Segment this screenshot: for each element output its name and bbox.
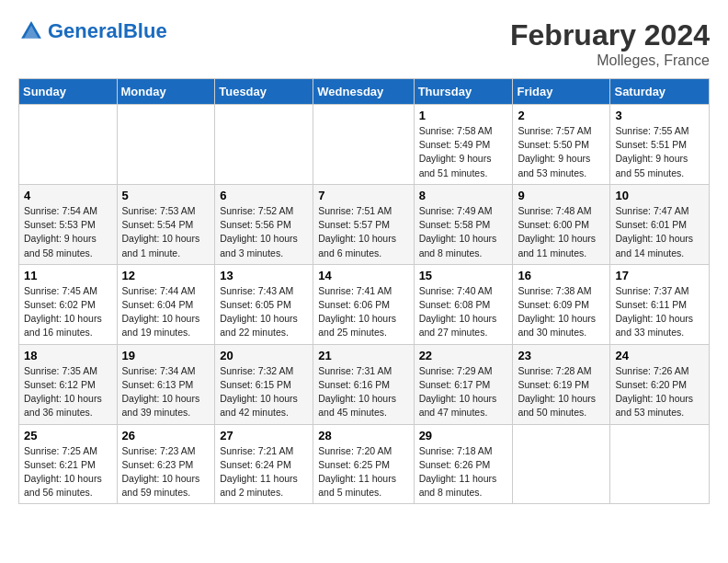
day-number: 9 [518, 189, 605, 202]
calendar-week-row: 11Sunrise: 7:45 AM Sunset: 6:02 PM Dayli… [19, 264, 710, 344]
calendar-cell: 16Sunrise: 7:38 AM Sunset: 6:09 PM Dayli… [513, 264, 610, 344]
calendar-cell: 8Sunrise: 7:49 AM Sunset: 5:58 PM Daylig… [414, 184, 513, 264]
calendar-cell [19, 105, 118, 185]
calendar-cell: 21Sunrise: 7:31 AM Sunset: 6:16 PM Dayli… [313, 344, 414, 424]
column-header-thursday: Thursday [414, 79, 513, 105]
day-info: Sunrise: 7:54 AM Sunset: 5:53 PM Dayligh… [24, 204, 112, 260]
day-number: 14 [318, 269, 408, 282]
column-header-monday: Monday [117, 79, 215, 105]
day-number: 20 [220, 349, 308, 362]
day-number: 3 [615, 109, 704, 122]
day-info: Sunrise: 7:21 AM Sunset: 6:24 PM Dayligh… [220, 444, 308, 500]
day-number: 10 [615, 189, 704, 202]
calendar-cell: 9Sunrise: 7:48 AM Sunset: 6:00 PM Daylig… [513, 184, 610, 264]
calendar-table: SundayMondayTuesdayWednesdayThursdayFrid… [18, 78, 710, 504]
day-info: Sunrise: 7:49 AM Sunset: 5:58 PM Dayligh… [419, 204, 508, 260]
day-number: 6 [220, 189, 308, 202]
calendar-cell: 2Sunrise: 7:57 AM Sunset: 5:50 PM Daylig… [513, 105, 610, 185]
day-number: 7 [318, 189, 408, 202]
day-number: 28 [318, 429, 408, 442]
column-header-tuesday: Tuesday [215, 79, 313, 105]
day-number: 17 [615, 269, 704, 282]
day-number: 16 [518, 269, 605, 282]
calendar-cell: 6Sunrise: 7:52 AM Sunset: 5:56 PM Daylig… [215, 184, 313, 264]
day-info: Sunrise: 7:18 AM Sunset: 6:26 PM Dayligh… [419, 444, 508, 500]
calendar-cell: 15Sunrise: 7:40 AM Sunset: 6:08 PM Dayli… [414, 264, 513, 344]
calendar-week-row: 18Sunrise: 7:35 AM Sunset: 6:12 PM Dayli… [19, 344, 710, 424]
day-info: Sunrise: 7:57 AM Sunset: 5:50 PM Dayligh… [518, 124, 605, 180]
calendar-week-row: 1Sunrise: 7:58 AM Sunset: 5:49 PM Daylig… [19, 105, 710, 185]
logo-icon [18, 18, 44, 44]
day-info: Sunrise: 7:43 AM Sunset: 6:05 PM Dayligh… [220, 284, 308, 340]
day-number: 11 [24, 269, 112, 282]
calendar-cell: 13Sunrise: 7:43 AM Sunset: 6:05 PM Dayli… [215, 264, 313, 344]
day-number: 12 [122, 269, 210, 282]
day-info: Sunrise: 7:52 AM Sunset: 5:56 PM Dayligh… [220, 204, 308, 260]
day-number: 2 [518, 109, 605, 122]
day-info: Sunrise: 7:37 AM Sunset: 6:11 PM Dayligh… [615, 284, 704, 340]
calendar-cell: 25Sunrise: 7:25 AM Sunset: 6:21 PM Dayli… [19, 424, 118, 504]
calendar-cell: 28Sunrise: 7:20 AM Sunset: 6:25 PM Dayli… [313, 424, 414, 504]
calendar-cell: 7Sunrise: 7:51 AM Sunset: 5:57 PM Daylig… [313, 184, 414, 264]
day-number: 19 [122, 349, 210, 362]
calendar-cell: 18Sunrise: 7:35 AM Sunset: 6:12 PM Dayli… [19, 344, 118, 424]
day-number: 21 [318, 349, 408, 362]
calendar-cell: 3Sunrise: 7:55 AM Sunset: 5:51 PM Daylig… [610, 105, 710, 185]
calendar-cell: 27Sunrise: 7:21 AM Sunset: 6:24 PM Dayli… [215, 424, 313, 504]
calendar-cell: 4Sunrise: 7:54 AM Sunset: 5:53 PM Daylig… [19, 184, 118, 264]
day-number: 26 [122, 429, 210, 442]
day-info: Sunrise: 7:41 AM Sunset: 6:06 PM Dayligh… [318, 284, 408, 340]
day-number: 27 [220, 429, 308, 442]
day-info: Sunrise: 7:34 AM Sunset: 6:13 PM Dayligh… [122, 364, 210, 420]
calendar-cell [513, 424, 610, 504]
day-info: Sunrise: 7:38 AM Sunset: 6:09 PM Dayligh… [518, 284, 605, 340]
day-info: Sunrise: 7:23 AM Sunset: 6:23 PM Dayligh… [122, 444, 210, 500]
calendar-cell: 1Sunrise: 7:58 AM Sunset: 5:49 PM Daylig… [414, 105, 513, 185]
day-info: Sunrise: 7:31 AM Sunset: 6:16 PM Dayligh… [318, 364, 408, 420]
title-block: February 2024 Molleges, France [510, 18, 710, 69]
location-subtitle: Molleges, France [510, 52, 710, 69]
day-info: Sunrise: 7:55 AM Sunset: 5:51 PM Dayligh… [615, 124, 704, 180]
day-info: Sunrise: 7:48 AM Sunset: 6:00 PM Dayligh… [518, 204, 605, 260]
column-header-friday: Friday [513, 79, 610, 105]
calendar-week-row: 4Sunrise: 7:54 AM Sunset: 5:53 PM Daylig… [19, 184, 710, 264]
calendar-cell: 20Sunrise: 7:32 AM Sunset: 6:15 PM Dayli… [215, 344, 313, 424]
column-header-saturday: Saturday [610, 79, 710, 105]
calendar-cell: 5Sunrise: 7:53 AM Sunset: 5:54 PM Daylig… [117, 184, 215, 264]
day-number: 1 [419, 109, 508, 122]
calendar-cell: 12Sunrise: 7:44 AM Sunset: 6:04 PM Dayli… [117, 264, 215, 344]
day-info: Sunrise: 7:25 AM Sunset: 6:21 PM Dayligh… [24, 444, 112, 500]
calendar-cell: 14Sunrise: 7:41 AM Sunset: 6:06 PM Dayli… [313, 264, 414, 344]
day-info: Sunrise: 7:40 AM Sunset: 6:08 PM Dayligh… [419, 284, 508, 340]
logo: GeneralBlue [18, 18, 167, 44]
calendar-cell: 19Sunrise: 7:34 AM Sunset: 6:13 PM Dayli… [117, 344, 215, 424]
day-number: 8 [419, 189, 508, 202]
day-info: Sunrise: 7:29 AM Sunset: 6:17 PM Dayligh… [419, 364, 508, 420]
calendar-cell: 11Sunrise: 7:45 AM Sunset: 6:02 PM Dayli… [19, 264, 118, 344]
day-info: Sunrise: 7:35 AM Sunset: 6:12 PM Dayligh… [24, 364, 112, 420]
calendar-cell: 23Sunrise: 7:28 AM Sunset: 6:19 PM Dayli… [513, 344, 610, 424]
logo-text: GeneralBlue [48, 21, 167, 41]
calendar-cell: 26Sunrise: 7:23 AM Sunset: 6:23 PM Dayli… [117, 424, 215, 504]
calendar-cell: 17Sunrise: 7:37 AM Sunset: 6:11 PM Dayli… [610, 264, 710, 344]
calendar-cell [215, 105, 313, 185]
day-info: Sunrise: 7:28 AM Sunset: 6:19 PM Dayligh… [518, 364, 605, 420]
day-number: 24 [615, 349, 704, 362]
day-info: Sunrise: 7:45 AM Sunset: 6:02 PM Dayligh… [24, 284, 112, 340]
calendar-cell [117, 105, 215, 185]
day-info: Sunrise: 7:26 AM Sunset: 6:20 PM Dayligh… [615, 364, 704, 420]
day-number: 25 [24, 429, 112, 442]
calendar-header-row: SundayMondayTuesdayWednesdayThursdayFrid… [19, 79, 710, 105]
day-number: 23 [518, 349, 605, 362]
day-info: Sunrise: 7:20 AM Sunset: 6:25 PM Dayligh… [318, 444, 408, 500]
column-header-wednesday: Wednesday [313, 79, 414, 105]
calendar-cell: 22Sunrise: 7:29 AM Sunset: 6:17 PM Dayli… [414, 344, 513, 424]
calendar-cell: 10Sunrise: 7:47 AM Sunset: 6:01 PM Dayli… [610, 184, 710, 264]
day-info: Sunrise: 7:58 AM Sunset: 5:49 PM Dayligh… [419, 124, 508, 180]
day-info: Sunrise: 7:51 AM Sunset: 5:57 PM Dayligh… [318, 204, 408, 260]
calendar-cell [313, 105, 414, 185]
day-number: 29 [419, 429, 508, 442]
month-year-title: February 2024 [510, 18, 710, 52]
day-number: 5 [122, 189, 210, 202]
calendar-cell [610, 424, 710, 504]
